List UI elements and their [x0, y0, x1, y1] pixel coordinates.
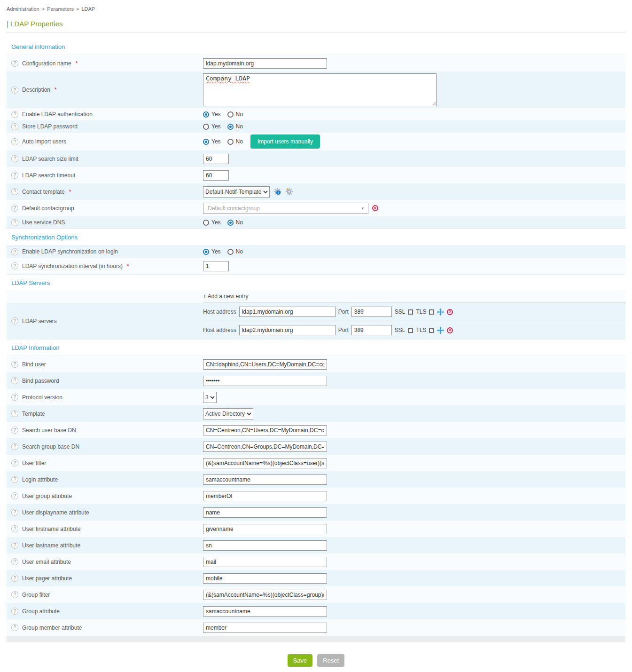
protocol-version-select[interactable]: 3	[203, 392, 217, 403]
enable-ldap-sync-radio-group: Yes No	[203, 248, 243, 255]
group-attribute-input[interactable]	[203, 606, 327, 617]
help-icon[interactable]: ?	[11, 205, 18, 212]
move-server-icon[interactable]	[437, 308, 444, 316]
help-icon[interactable]: ?	[11, 558, 18, 565]
help-icon[interactable]: ?	[11, 248, 18, 255]
add-new-entry-link[interactable]: + Add a new entry	[203, 293, 248, 300]
use-dns-no-radio[interactable]: No	[227, 219, 243, 226]
help-icon[interactable]: ?	[11, 427, 18, 434]
help-icon[interactable]: ?	[11, 123, 18, 130]
clear-contactgroup-icon[interactable]: ×	[372, 205, 378, 211]
enable-sync-no-radio[interactable]: No	[227, 248, 243, 255]
help-icon[interactable]: ?	[11, 219, 18, 226]
contact-template-select[interactable]: Default-Notif-Template	[203, 186, 270, 198]
radio-no-label: No	[236, 138, 243, 145]
help-icon[interactable]: ?	[11, 410, 18, 417]
breadcrumb-ldap[interactable]: LDAP	[81, 6, 95, 12]
help-icon[interactable]: ?	[11, 394, 18, 401]
breadcrumb-parameters[interactable]: Parameters	[47, 6, 74, 12]
user-lastname-attribute-row: ? User lastname attribute	[7, 537, 625, 553]
ldap-sync-interval-input[interactable]	[203, 261, 229, 271]
search-group-base-dn-input[interactable]	[203, 442, 327, 452]
help-icon[interactable]: ?	[11, 525, 18, 532]
store-ldap-password-label: Store LDAP password	[22, 123, 78, 130]
help-icon[interactable]: ?	[11, 591, 18, 598]
enable-sync-yes-radio[interactable]: Yes	[203, 248, 221, 255]
help-icon[interactable]: ?	[11, 624, 18, 631]
search-user-base-dn-row: ? Search user base DN	[7, 422, 625, 438]
help-icon[interactable]: ?	[11, 172, 18, 179]
group-attribute-row: ? Group attribute	[7, 603, 625, 619]
help-icon[interactable]: ?	[11, 575, 18, 582]
ssl-checkbox-1[interactable]	[408, 309, 413, 315]
auto-import-yes-radio[interactable]: Yes	[203, 138, 221, 145]
description-textarea[interactable]: Company LDAP	[203, 73, 437, 106]
login-attribute-input[interactable]	[203, 474, 327, 485]
tls-checkbox-1[interactable]	[429, 309, 434, 315]
help-icon[interactable]: ?	[11, 188, 18, 195]
user-firstname-attribute-input[interactable]	[203, 524, 327, 534]
breadcrumb-administration[interactable]: Administration	[7, 6, 39, 12]
enable-auth-no-radio[interactable]: No	[227, 111, 243, 118]
user-lastname-attribute-label: User lastname attribute	[22, 542, 80, 549]
help-icon[interactable]: ?	[11, 377, 18, 384]
move-server-icon[interactable]	[437, 327, 444, 334]
ldap-search-timeout-input[interactable]	[203, 170, 229, 181]
user-email-attribute-input[interactable]	[203, 557, 327, 567]
bind-password-input[interactable]	[203, 376, 327, 386]
store-password-yes-radio[interactable]: Yes	[203, 123, 221, 130]
group-member-attribute-input[interactable]	[203, 623, 327, 633]
help-icon[interactable]: ?	[11, 60, 18, 67]
store-ldap-password-radio-group: Yes No	[203, 123, 243, 130]
ssl-checkbox-2[interactable]	[408, 328, 413, 333]
user-group-attribute-input[interactable]	[203, 491, 327, 501]
enable-auth-yes-radio[interactable]: Yes	[203, 111, 221, 118]
help-icon[interactable]: ?	[11, 361, 18, 368]
host-address-input-1[interactable]	[239, 307, 336, 317]
help-icon[interactable]: ?	[11, 608, 18, 615]
host-address-input-2[interactable]	[239, 325, 336, 335]
help-icon[interactable]: ?	[11, 138, 18, 145]
import-users-manually-button[interactable]: Import users manually	[250, 134, 320, 149]
help-icon[interactable]: ?	[11, 87, 18, 94]
bind-user-input[interactable]	[203, 359, 327, 370]
save-button[interactable]: Save	[288, 654, 313, 667]
user-displayname-attribute-input[interactable]	[203, 507, 327, 518]
store-password-no-radio[interactable]: No	[227, 123, 243, 130]
help-icon[interactable]: ?	[11, 492, 18, 499]
user-group-attribute-label: User group attribute	[22, 493, 72, 499]
tls-checkbox-2[interactable]	[429, 328, 434, 333]
help-icon[interactable]: ?	[11, 542, 18, 549]
user-pager-attribute-input[interactable]	[203, 573, 327, 584]
template-row: ? Template Active Directory	[7, 405, 625, 422]
user-lastname-attribute-input[interactable]	[203, 540, 327, 551]
auto-import-no-radio[interactable]: No	[227, 138, 243, 145]
help-icon[interactable]: ?	[11, 317, 18, 324]
help-icon[interactable]: ?	[11, 443, 18, 450]
ldap-search-size-limit-input[interactable]	[203, 154, 229, 164]
user-email-attribute-label: User email attribute	[22, 559, 71, 565]
default-contactgroup-combobox[interactable]: Default contactgroup ▾	[203, 203, 368, 214]
help-icon[interactable]: ?	[11, 155, 18, 162]
use-dns-yes-radio[interactable]: Yes	[203, 219, 221, 226]
configuration-name-input[interactable]	[203, 58, 327, 69]
help-icon[interactable]: ?	[11, 262, 18, 269]
help-icon[interactable]: ?	[11, 111, 18, 118]
template-select[interactable]: Active Directory	[203, 408, 253, 419]
view-template-info-gear-icon[interactable]: i	[273, 188, 281, 196]
group-filter-input[interactable]	[203, 590, 327, 600]
reset-button[interactable]: Reset	[317, 654, 344, 667]
delete-server-icon-1[interactable]: ×	[447, 309, 453, 315]
group-filter-label: Group filter	[22, 592, 50, 598]
help-icon[interactable]: ?	[11, 459, 18, 466]
edit-template-gear-icon[interactable]	[285, 188, 293, 196]
help-icon[interactable]: ?	[11, 476, 18, 483]
search-user-base-dn-input[interactable]	[203, 425, 327, 435]
delete-server-icon-2[interactable]: ×	[447, 327, 453, 333]
user-filter-input[interactable]	[203, 458, 327, 468]
store-ldap-password-row: ? Store LDAP password Yes No	[7, 120, 625, 133]
enable-ldap-authentication-label: Enable LDAP authentication	[22, 111, 93, 118]
port-input-2[interactable]	[351, 325, 392, 335]
port-input-1[interactable]	[351, 307, 392, 317]
help-icon[interactable]: ?	[11, 509, 18, 516]
